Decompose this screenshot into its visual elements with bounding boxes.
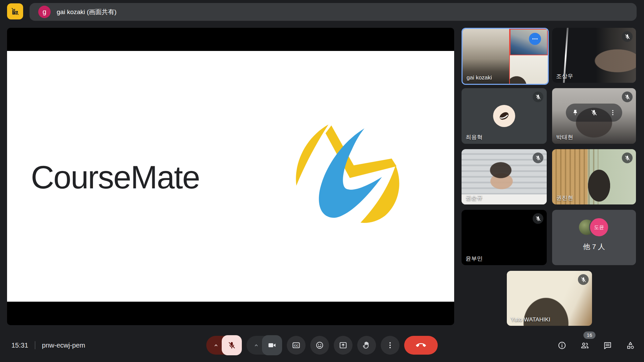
mic-off-icon [624, 34, 631, 40]
participant-name: 조상우 [556, 72, 573, 80]
tile-hover-controls [566, 104, 622, 122]
mic-muted-badge [622, 153, 633, 163]
participant-name: Yuto WATAHIKI [511, 316, 550, 323]
sub-camera-column [510, 29, 548, 84]
present-screen-icon [339, 341, 347, 350]
google-meet-window: g gai kozaki (画面共有) CourseMate ga [0, 0, 644, 362]
overflow-avatars: 도윤 [552, 217, 636, 237]
sub-camera-feed [510, 29, 548, 55]
camera-icon [268, 341, 276, 350]
overflow-participants-tile[interactable]: 도윤 他 7 人 [552, 210, 636, 265]
overflow-count-label: 他 7 人 [552, 242, 636, 251]
mic-off-icon[interactable] [590, 109, 598, 116]
mic-muted-badge [622, 31, 633, 42]
camera-control-group [247, 335, 282, 355]
mic-muted-badge [533, 92, 543, 102]
mic-off-icon [580, 277, 587, 283]
mic-off-icon [535, 94, 541, 100]
participant-silhouette [581, 168, 618, 204]
building-slash-glyph [10, 7, 20, 16]
shared-screen-stage[interactable]: CourseMate [7, 28, 454, 325]
mic-off-icon [227, 341, 236, 350]
meeting-code: pnw-ecwj-pem [42, 342, 85, 349]
participant-tile[interactable]: gai kozaki [462, 28, 549, 85]
mic-off-icon [535, 155, 541, 161]
chat-icon [603, 341, 612, 350]
participant-tile[interactable]: 최용혁 [462, 88, 547, 144]
participant-name: 윤부민 [466, 255, 483, 262]
slide-title: CourseMate [31, 159, 200, 196]
pin-icon[interactable] [572, 109, 579, 116]
participant-name: 권순규 [466, 194, 483, 202]
people-icon [580, 341, 589, 350]
participant-tile[interactable]: 윤부민 [462, 210, 547, 265]
call-end-icon [416, 340, 426, 350]
mic-muted-badge [622, 92, 633, 102]
building-slash-icon[interactable] [7, 3, 23, 19]
more-horiz-icon [531, 35, 539, 43]
clock: 15:31 [11, 342, 28, 349]
raise-hand-icon [362, 341, 371, 350]
tile-more-options-button[interactable] [529, 33, 541, 45]
chevron-up-icon [253, 342, 260, 349]
more-vert-icon [386, 341, 394, 350]
info-icon [557, 341, 567, 350]
participant-tile[interactable]: 권순규 [462, 149, 547, 204]
mic-muted-badge [533, 213, 543, 224]
overflow-avatar-badge: 도윤 [589, 217, 609, 237]
participant-name: 박태현 [556, 133, 573, 141]
profile-avatar [493, 105, 515, 127]
meeting-info: 15:31 pnw-ecwj-pem [11, 328, 85, 362]
emoji-icon [315, 341, 324, 350]
sub-camera-feed [510, 55, 548, 84]
participant-tile[interactable]: 조상우 [552, 28, 636, 83]
camera-toggle-button[interactable] [262, 335, 282, 355]
chat-panel-button[interactable] [602, 340, 612, 350]
chevron-up-icon [213, 342, 219, 349]
more-vert-icon[interactable] [609, 109, 616, 116]
participant-name: 권진현 [556, 194, 573, 202]
activities-panel-button[interactable] [625, 340, 635, 350]
participant-tile[interactable]: 권진현 [552, 149, 636, 204]
participant-name: gai kozaki [467, 74, 492, 81]
mic-off-icon [535, 216, 541, 222]
participant-tile[interactable]: Yuto WATAHIKI [507, 271, 592, 326]
mic-off-icon [624, 94, 631, 100]
call-controls [206, 335, 438, 355]
mic-muted-badge [533, 153, 543, 163]
coursemate-logo [291, 120, 408, 234]
mic-off-icon [624, 155, 631, 161]
cookie-avatar-image [496, 108, 512, 124]
participant-tile[interactable]: 박태현 [552, 88, 636, 144]
present-screen-button[interactable] [334, 336, 353, 355]
top-bar: g gai kozaki (画面共有) [0, 0, 644, 23]
panel-buttons: 16 [557, 328, 635, 362]
reactions-button[interactable] [310, 336, 329, 355]
meeting-details-button[interactable] [557, 340, 567, 350]
presenter-avatar: g [38, 6, 51, 18]
bottom-bar: 15:31 pnw-ecwj-pem [0, 328, 644, 362]
people-panel-button[interactable]: 16 [580, 340, 590, 350]
presenter-pill[interactable]: g gai kozaki (画面共有) [30, 3, 637, 21]
more-options-button[interactable] [381, 336, 399, 355]
activities-icon [626, 341, 635, 350]
captions-button[interactable] [287, 336, 306, 355]
captions-icon [292, 341, 301, 350]
raise-hand-button[interactable] [357, 336, 376, 355]
presentation-slide: CourseMate [7, 51, 454, 302]
divider [35, 341, 35, 349]
end-call-button[interactable] [404, 336, 438, 355]
participant-name: 최용혁 [466, 133, 483, 141]
presenter-label: gai kozaki (画面共有) [57, 8, 116, 16]
mic-control-group [206, 335, 242, 355]
mic-toggle-button[interactable] [222, 335, 242, 355]
mic-muted-badge [578, 274, 589, 285]
participant-count-badge: 16 [583, 331, 595, 339]
